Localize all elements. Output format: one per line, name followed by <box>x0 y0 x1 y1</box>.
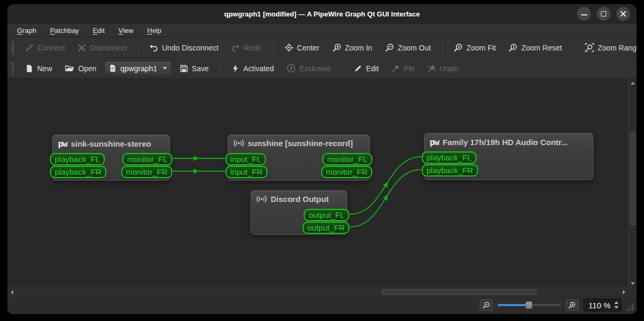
arrow-right-icon <box>623 290 625 294</box>
center-icon <box>285 43 294 52</box>
zoom-range-label: Zoom Range <box>598 44 637 52</box>
zoom-fit-icon <box>454 43 463 52</box>
zoom-reset-icon <box>508 43 517 52</box>
patchbay-file-icon <box>109 64 116 72</box>
node-family-hd-audio[interactable]: pw Family 17h/19h HD Audio Contr... play… <box>424 133 593 180</box>
zoom-out-label: Zoom Out <box>398 44 431 52</box>
exclusive-button[interactable]: Exclusive <box>282 61 336 76</box>
disconnect-button[interactable]: Disconnect <box>73 40 131 55</box>
toolbar-drag-handle[interactable] <box>12 42 14 54</box>
node-sink-sunshine-stereo[interactable]: pw sink-sunshine-stereo playback_FL play… <box>52 134 170 181</box>
pin-button[interactable]: Pin <box>387 61 419 76</box>
arrow-up-icon <box>631 82 635 85</box>
menu-graph[interactable]: Graph <box>12 26 41 36</box>
center-button[interactable]: Center <box>280 40 324 55</box>
port-monitor-fl[interactable]: monitor_FL <box>122 153 172 165</box>
zoom-spinbox[interactable]: 110 % <box>583 299 622 311</box>
vertical-scrollbar[interactable] <box>628 79 637 288</box>
save-icon <box>180 64 188 73</box>
port-output-fr[interactable]: output_FR <box>303 222 349 234</box>
port-playback-fr[interactable]: playback_FR <box>422 164 478 176</box>
port-playback-fr[interactable]: playback_FR <box>50 166 106 178</box>
titlebar: qpwgraph1 [modified] — A PipeWire Graph … <box>7 4 637 24</box>
scroll-left-button[interactable] <box>7 288 16 296</box>
new-button[interactable]: New <box>20 61 57 76</box>
zoom-slider-handle[interactable] <box>525 301 532 309</box>
horizontal-scrollbar-track[interactable] <box>16 288 620 296</box>
activated-button[interactable]: Activated <box>227 61 279 76</box>
zoom-out-icon <box>385 43 394 52</box>
node-header: sunshine [sunshine-record] <box>228 135 370 151</box>
spin-up-icon[interactable] <box>614 301 618 304</box>
activated-icon <box>231 64 239 73</box>
pin-label: Pin <box>404 64 414 73</box>
menu-view[interactable]: View <box>113 26 139 36</box>
zoom-slider[interactable] <box>498 300 561 310</box>
zoom-fit-button[interactable]: Zoom Fit <box>449 40 500 55</box>
exclusive-label: Exclusive <box>299 64 331 73</box>
wire-arrow <box>383 181 390 188</box>
toolbar-separator <box>220 62 220 75</box>
port-playback-fl[interactable]: playback_FL <box>422 151 476 164</box>
toolbar-separator <box>342 62 342 75</box>
node-discord-output[interactable]: Discord Output output_FL output_FR <box>250 190 347 235</box>
vertical-scrollbar-thumb[interactable] <box>630 132 635 225</box>
spin-down-icon[interactable] <box>614 306 618 309</box>
menu-help[interactable]: Help <box>142 26 167 36</box>
connect-button[interactable]: Connect <box>20 40 70 55</box>
zoom-reset-button[interactable]: Zoom Reset <box>504 40 566 55</box>
edit-label: Edit <box>366 64 379 73</box>
redo-button[interactable]: Redo <box>227 40 266 55</box>
zoom-fit-label: Zoom Fit <box>466 44 496 52</box>
magnifier-minus-icon <box>482 301 490 309</box>
spin-arrows <box>614 301 618 309</box>
close-button[interactable] <box>616 7 630 21</box>
graph-canvas[interactable]: pw sink-sunshine-stereo playback_FL play… <box>7 79 637 296</box>
unpin-button[interactable]: Unpin <box>423 61 464 76</box>
horizontal-scrollbar-thumb[interactable] <box>381 289 537 295</box>
close-icon <box>620 11 626 17</box>
node-sunshine[interactable]: sunshine [sunshine-record] input_FL inpu… <box>228 134 370 181</box>
save-button[interactable]: Save <box>175 61 214 76</box>
magnifier-plus-icon <box>568 301 576 309</box>
open-button[interactable]: Open <box>60 61 101 76</box>
save-label: Save <box>192 64 209 73</box>
graph-toolbar: Connect Disconnect Undo Disconnect <box>7 37 637 58</box>
zoom-out-button[interactable]: Zoom Out <box>380 40 436 55</box>
open-label: Open <box>78 64 96 73</box>
port-input-fl[interactable]: input_FL <box>225 153 266 165</box>
combo-caret-icon <box>163 67 167 70</box>
port-monitor-fl[interactable]: monitor_FL <box>322 153 372 165</box>
statusbar-zoom-in-button[interactable] <box>565 299 579 311</box>
wire-arrow <box>194 168 199 174</box>
port-input-fr[interactable]: input_FR <box>225 166 267 178</box>
node-title: Discord Output <box>271 195 329 204</box>
connect-icon <box>25 44 34 52</box>
resize-grip[interactable] <box>632 309 633 310</box>
horizontal-scrollbar[interactable] <box>7 288 628 296</box>
exclusive-icon <box>287 64 296 73</box>
menu-edit[interactable]: Edit <box>87 26 110 36</box>
maximize-button[interactable] <box>597 7 610 21</box>
scroll-down-button[interactable] <box>629 279 637 288</box>
minimize-button[interactable] <box>577 7 591 21</box>
toolbar-drag-handle[interactable] <box>12 63 14 74</box>
port-output-fl[interactable]: output_FL <box>304 209 349 221</box>
port-monitor-fr[interactable]: monitor_FR <box>121 166 172 178</box>
statusbar-zoom-out-button[interactable] <box>480 299 493 311</box>
zoom-in-button[interactable]: Zoom In <box>328 40 377 55</box>
menu-patchbay[interactable]: Patchbay <box>45 26 84 36</box>
scroll-up-button[interactable] <box>629 79 637 87</box>
zoom-range-button[interactable]: Zoom Range <box>580 40 637 55</box>
node-header: pw sink-sunshine-stereo <box>53 135 170 153</box>
patchbay-profile-combo[interactable]: qpwgraph1 <box>104 61 171 75</box>
edit-button[interactable]: Edit <box>349 61 383 76</box>
scroll-right-button[interactable] <box>620 288 628 296</box>
zoom-reset-label: Zoom Reset <box>521 44 562 52</box>
arrow-down-icon <box>631 282 635 285</box>
toolbar-separator <box>573 41 574 54</box>
port-monitor-fr[interactable]: monitor_FR <box>321 166 372 178</box>
node-title: Family 17h/19h HD Audio Contr... <box>442 138 567 147</box>
port-playback-fl[interactable]: playback_FL <box>50 153 105 165</box>
undo-disconnect-button[interactable]: Undo Disconnect <box>145 40 223 55</box>
